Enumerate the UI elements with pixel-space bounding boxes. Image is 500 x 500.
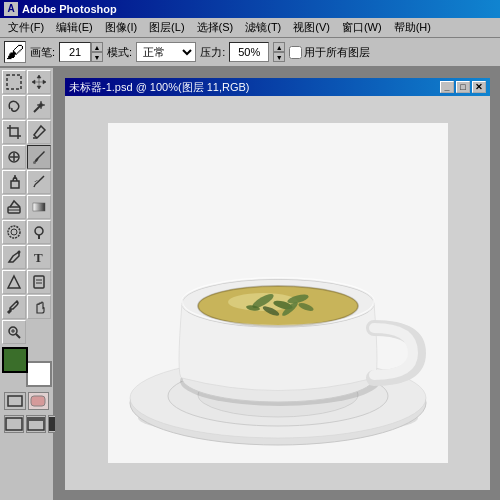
tool-eraser[interactable] <box>2 195 26 219</box>
tool-history-brush[interactable] <box>27 170 51 194</box>
stepper-up[interactable]: ▲ <box>91 42 103 52</box>
tool-zoom[interactable] <box>2 320 26 344</box>
tool-shape[interactable] <box>2 270 26 294</box>
tool-row-7 <box>2 220 51 244</box>
tool-eyedropper-small[interactable] <box>27 120 51 144</box>
quick-mask-row <box>4 392 49 410</box>
svg-point-15 <box>35 227 43 235</box>
tool-row-10 <box>2 295 51 319</box>
quick-mask-btn[interactable] <box>28 392 50 410</box>
pressure-up[interactable]: ▲ <box>273 42 285 52</box>
app-icon: A <box>4 2 18 16</box>
tool-row-4 <box>2 145 51 169</box>
doc-minimize-btn[interactable]: _ <box>440 81 454 93</box>
tool-crop[interactable] <box>2 120 26 144</box>
menu-image[interactable]: 图像(I) <box>99 18 143 37</box>
image-canvas <box>65 96 490 490</box>
tool-brush[interactable] <box>27 145 51 169</box>
title-bar: A Adobe Photoshop <box>0 0 500 18</box>
brush-size-input[interactable] <box>59 42 91 62</box>
menu-select[interactable]: 选择(S) <box>191 18 240 37</box>
mode-select[interactable]: 正常 <box>136 42 196 62</box>
svg-rect-30 <box>28 420 44 430</box>
all-layers-checkbox[interactable] <box>289 46 302 59</box>
svg-rect-28 <box>31 396 45 406</box>
tool-row-8: T <box>2 245 51 269</box>
svg-text:T: T <box>34 250 43 265</box>
menu-file[interactable]: 文件(F) <box>2 18 50 37</box>
document-window: 未标器-1.psd @ 100%(图层 11,RGB) _ □ ✕ <box>63 76 492 492</box>
svg-rect-12 <box>33 203 45 211</box>
svg-point-13 <box>8 226 20 238</box>
pressure-stepper[interactable]: ▲ ▼ <box>273 42 285 62</box>
svg-point-7 <box>33 161 36 164</box>
document-title-bar: 未标器-1.psd @ 100%(图层 11,RGB) _ □ ✕ <box>65 78 490 96</box>
menu-bar: 文件(F) 编辑(E) 图像(I) 图层(L) 选择(S) 滤镜(T) 视图(V… <box>0 18 500 38</box>
tool-gradient[interactable] <box>27 195 51 219</box>
color-swatches <box>2 347 52 387</box>
main-area: T <box>0 68 500 500</box>
svg-rect-29 <box>6 418 22 430</box>
svg-point-17 <box>18 251 21 254</box>
tool-row-6 <box>2 195 51 219</box>
options-bar: 🖌 画笔: ▲ ▼ 模式: 正常 压力: ▲ ▼ 用于所有图层 <box>0 38 500 68</box>
svg-point-14 <box>11 229 17 235</box>
brush-label: 画笔: <box>30 45 55 60</box>
tool-rectangular-marquee[interactable] <box>2 70 26 94</box>
tool-blur[interactable] <box>2 220 26 244</box>
brush-icon: 🖌 <box>4 41 26 63</box>
tool-stamp[interactable] <box>2 170 26 194</box>
menu-edit[interactable]: 编辑(E) <box>50 18 99 37</box>
foreground-color-swatch[interactable] <box>2 347 28 373</box>
tool-hand[interactable] <box>27 295 51 319</box>
tool-magic-wand[interactable] <box>27 95 51 119</box>
svg-marker-19 <box>8 276 20 288</box>
app-title: Adobe Photoshop <box>22 3 117 15</box>
background-color-swatch[interactable] <box>26 361 52 387</box>
svg-rect-8 <box>11 181 19 188</box>
tool-row-3 <box>2 120 51 144</box>
svg-rect-20 <box>34 276 44 288</box>
tool-eyedropper[interactable] <box>2 295 26 319</box>
svg-rect-31 <box>27 417 45 421</box>
tool-pen[interactable] <box>2 245 26 269</box>
pressure-down[interactable]: ▼ <box>273 52 285 62</box>
doc-maximize-btn[interactable]: □ <box>456 81 470 93</box>
svg-line-24 <box>16 334 20 338</box>
document-title: 未标器-1.psd @ 100%(图层 11,RGB) <box>69 80 250 95</box>
mode-label: 模式: <box>107 45 132 60</box>
all-layers-label[interactable]: 用于所有图层 <box>289 45 370 60</box>
tool-row-1 <box>2 70 51 94</box>
tool-text[interactable]: T <box>27 245 51 269</box>
tool-row-2 <box>2 95 51 119</box>
menu-window[interactable]: 窗口(W) <box>336 18 388 37</box>
tea-cup-image <box>108 123 448 463</box>
tool-healing[interactable] <box>2 145 26 169</box>
normal-screen-btn[interactable] <box>4 415 24 433</box>
tool-notes[interactable] <box>27 270 51 294</box>
standard-mode-btn[interactable] <box>4 392 26 410</box>
menu-filter[interactable]: 滤镜(T) <box>239 18 287 37</box>
doc-close-btn[interactable]: ✕ <box>472 81 486 93</box>
tool-move[interactable] <box>27 70 51 94</box>
menu-layer[interactable]: 图层(L) <box>143 18 190 37</box>
stepper-down[interactable]: ▼ <box>91 52 103 62</box>
full-screen-menu-btn[interactable] <box>26 415 46 433</box>
pressure-label: 压力: <box>200 45 225 60</box>
tool-row-9 <box>2 270 51 294</box>
svg-rect-27 <box>8 396 22 406</box>
tool-lasso[interactable] <box>2 95 26 119</box>
screen-mode-row <box>4 415 49 433</box>
pressure-input[interactable] <box>229 42 269 62</box>
doc-title-buttons: _ □ ✕ <box>440 81 486 93</box>
canvas-area: 未标器-1.psd @ 100%(图层 11,RGB) _ □ ✕ <box>55 68 500 500</box>
tool-dodge[interactable] <box>27 220 51 244</box>
brush-size-stepper[interactable]: ▲ ▼ <box>91 42 103 62</box>
tool-row-zoom <box>2 320 51 344</box>
toolbox: T <box>0 68 55 500</box>
brush-size-group: ▲ ▼ <box>59 42 103 62</box>
svg-rect-0 <box>7 75 21 89</box>
menu-help[interactable]: 帮助(H) <box>388 18 437 37</box>
menu-view[interactable]: 视图(V) <box>287 18 336 37</box>
tool-row-5 <box>2 170 51 194</box>
